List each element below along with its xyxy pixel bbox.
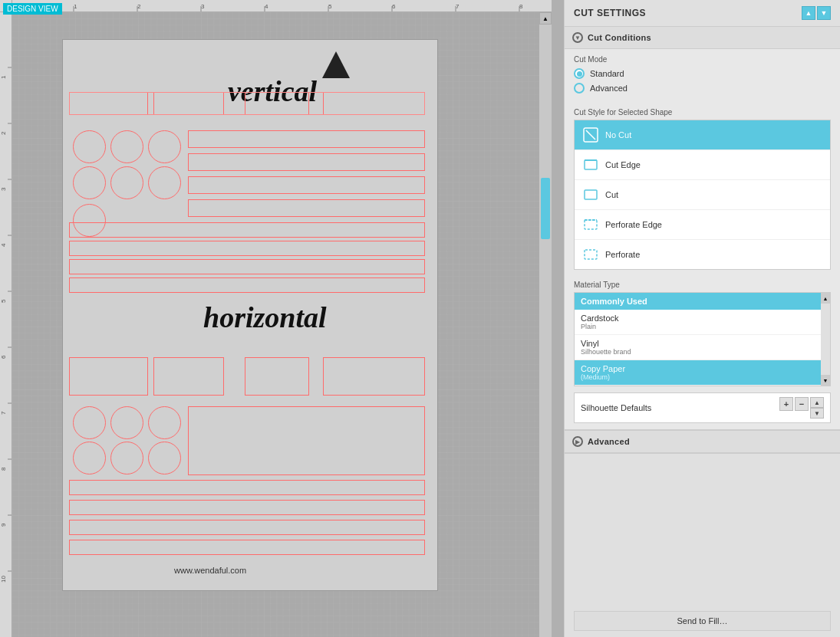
perforate-edge-icon (582, 216, 599, 233)
shape-rect (69, 259, 425, 274)
cut-mode-section: Cut Mode Standard Advanced (565, 49, 840, 103)
cut-style-perforate-edge[interactable]: Perforate Edge (575, 210, 830, 240)
svg-text:2: 2 (137, 3, 141, 10)
material-type-label: Material Type (565, 276, 840, 292)
remove-btn[interactable]: − (795, 397, 809, 411)
advanced-section: ▶ Advanced (565, 430, 840, 454)
panel-bottom: Send to Fill… (565, 454, 840, 637)
cut-conditions-title: Cut Conditions (588, 33, 651, 42)
shape-rect (69, 540, 425, 555)
svg-line-41 (586, 130, 595, 140)
cut-conditions-section: ▼ Cut Conditions Cut Mode Standard Advan… (565, 27, 840, 430)
radio-advanced[interactable]: Advanced (574, 83, 831, 94)
defaults-scroll-down[interactable]: ▼ (810, 408, 824, 419)
commonly-used-label: Commonly Used (581, 297, 647, 306)
shape-rect (245, 357, 309, 396)
shape-circle (110, 130, 143, 163)
shape-circle (110, 166, 143, 199)
shape-rect (188, 199, 425, 217)
svg-text:1: 1 (74, 3, 77, 10)
perforate-label: Perforate (605, 250, 640, 259)
svg-text:4: 4 (265, 3, 268, 10)
cut-style-perforate[interactable]: Perforate (575, 240, 830, 269)
scroll-up-arrow[interactable]: ▲ (539, 12, 552, 25)
material-commonly-used-header[interactable]: Commonly Used (575, 293, 830, 310)
radio-standard[interactable]: Standard (574, 68, 831, 79)
design-view-label: DESIGN VIEW (3, 3, 62, 15)
cut-style-list: No Cut Cut Edge Cut (574, 120, 831, 270)
cut-settings-panel: CUT SETTINGS ▲ ▼ ▼ Cut Conditions Cut Mo… (564, 0, 840, 637)
material-scroll-up[interactable]: ▲ (821, 293, 830, 304)
shape-rect (323, 357, 425, 396)
header-btn-down[interactable]: ▼ (817, 6, 831, 20)
cut-conditions-header[interactable]: ▼ Cut Conditions (565, 27, 840, 49)
cut-style-cut-edge[interactable]: Cut Edge (575, 150, 830, 180)
svg-text:3: 3 (0, 187, 7, 191)
shape-circle (148, 406, 181, 439)
cut-settings-title: CUT SETTINGS (574, 8, 646, 18)
shape-rect (69, 500, 425, 515)
cut-edge-label: Cut Edge (605, 160, 641, 169)
no-cut-icon (582, 126, 599, 143)
svg-text:3: 3 (201, 3, 205, 10)
design-panel: 8.470, 8.306 DESIGN VIEW 1 2 3 4 5 6 7 8 (0, 0, 564, 637)
shape-rect (69, 520, 425, 535)
material-vinyl[interactable]: Vinyl Silhouette brand (575, 335, 830, 360)
cardstock-sub: Plain (581, 323, 818, 330)
svg-text:5: 5 (0, 299, 7, 303)
svg-rect-44 (585, 190, 597, 199)
cut-edge-icon (582, 156, 599, 173)
radio-label-standard: Standard (590, 69, 624, 78)
svg-text:1: 1 (0, 75, 7, 79)
perforate-edge-label: Perforate Edge (605, 220, 662, 229)
shape-rect (188, 176, 425, 194)
shape-circle (73, 166, 106, 199)
svg-text:7: 7 (456, 3, 460, 10)
paper: vertical (62, 39, 438, 591)
svg-text:8: 8 (0, 467, 7, 471)
header-btn-up[interactable]: ▲ (802, 6, 815, 20)
material-list-container: Commonly Used Cardstock Plain Vinyl Silh… (574, 292, 831, 386)
copy-paper-name: Copy Paper (581, 364, 818, 373)
svg-text:8: 8 (519, 3, 523, 10)
send-to-fill-btn[interactable]: Send to Fill… (574, 611, 831, 631)
shape-rect-wide (69, 92, 425, 115)
shape-circle (73, 442, 106, 474)
material-scroll-down[interactable]: ▼ (821, 375, 830, 386)
canvas-scrollbar[interactable] (539, 25, 552, 637)
svg-text:9: 9 (0, 523, 7, 527)
radio-circle-standard (574, 68, 585, 79)
svg-text:4: 4 (0, 243, 7, 247)
silhouette-defaults-row: Silhouette Defaults + − ▲ ▼ (574, 392, 831, 423)
cut-mode-label: Cut Mode (574, 55, 831, 64)
defaults-scroll-up[interactable]: ▲ (810, 397, 824, 408)
svg-text:6: 6 (392, 3, 396, 10)
shape-circle (110, 406, 143, 439)
advanced-section-header[interactable]: ▶ Advanced (565, 430, 840, 453)
cut-style-no-cut[interactable]: No Cut (575, 120, 830, 150)
cut-style-cut[interactable]: Cut (575, 180, 830, 210)
shape-circle (110, 442, 143, 474)
shape-rect (69, 241, 425, 256)
svg-text:5: 5 (328, 3, 332, 10)
text-horizontal: horizontal (203, 300, 327, 334)
cut-style-label: Cut Style for Selected Shape (565, 103, 840, 120)
material-cardstock[interactable]: Cardstock Plain (575, 310, 830, 335)
ruler-top: 1 2 3 4 5 6 7 8 (12, 0, 552, 12)
scrollbar-thumb[interactable] (541, 178, 550, 239)
ruler-left: 1 2 3 4 5 6 7 8 9 10 (0, 12, 12, 637)
shape-rect (69, 357, 148, 396)
canvas-area: vertical (12, 12, 552, 637)
add-btn[interactable]: + (779, 397, 793, 411)
svg-text:10: 10 (0, 576, 7, 583)
radio-dot-standard (577, 71, 582, 77)
perforate-icon (582, 246, 599, 263)
shape-rect (69, 222, 425, 238)
shape-circle (73, 130, 106, 163)
material-copy-paper[interactable]: Copy Paper (Medium) (575, 360, 830, 386)
copy-paper-sub: (Medium) (581, 373, 818, 381)
cardstock-name: Cardstock (581, 314, 818, 323)
material-scrollbar[interactable]: ▲ ▼ (821, 293, 830, 386)
vinyl-name: Vinyl (581, 339, 818, 348)
advanced-collapse-icon: ▶ (572, 436, 583, 447)
